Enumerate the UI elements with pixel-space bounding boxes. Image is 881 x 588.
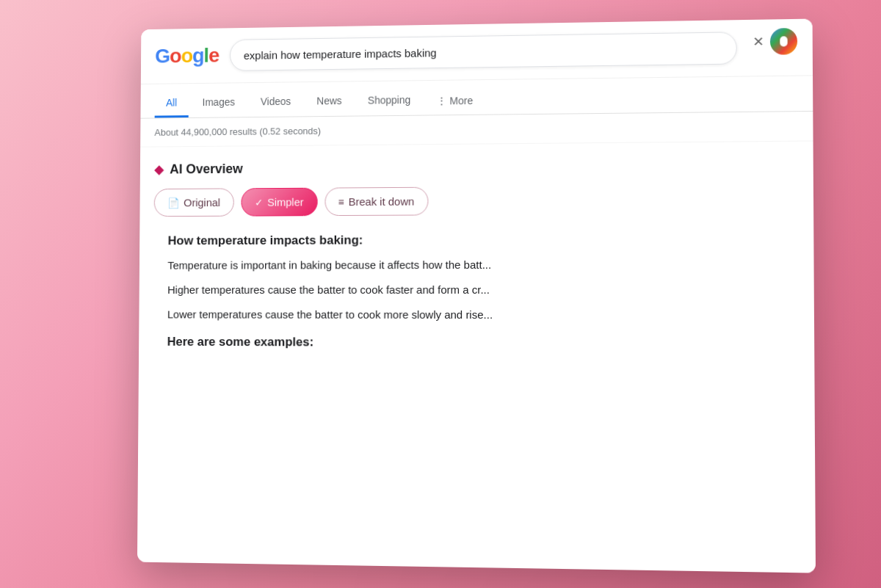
original-icon: 📄 <box>167 197 179 208</box>
google-logo: Google <box>155 43 219 67</box>
content-paragraph-2: Higher temperatures cause the batter to … <box>167 280 783 298</box>
tab-more[interactable]: ⋮ More <box>425 87 485 114</box>
format-original-button[interactable]: 📄 Original <box>154 188 234 217</box>
content-heading: How temperature impacts baking: <box>168 231 783 248</box>
breakdown-icon: ≡ <box>338 195 344 207</box>
ai-diamond-icon: ◆ <box>154 161 164 177</box>
simpler-icon: ✓ <box>255 196 264 208</box>
browser-window: Google explain how temperature impacts b… <box>137 18 816 573</box>
original-label: Original <box>184 196 220 208</box>
breakdown-label: Break it down <box>349 195 415 207</box>
ai-overview-title: AI Overview <box>170 161 243 176</box>
format-buttons: 📄 Original ✓ Simpler ≡ Break it down <box>154 184 799 217</box>
tab-all[interactable]: All <box>155 89 189 117</box>
content-area: How temperature impacts baking: Temperat… <box>153 228 799 354</box>
tab-videos[interactable]: Videos <box>249 88 302 117</box>
search-query: explain how temperature impacts baking <box>244 46 437 60</box>
close-button[interactable]: ✕ <box>749 32 767 51</box>
tab-images[interactable]: Images <box>191 88 246 117</box>
top-bar: Google explain how temperature impacts b… <box>141 18 813 84</box>
mic-button[interactable] <box>770 27 797 54</box>
ai-overview-header: ◆ AI Overview <box>154 156 798 177</box>
examples-heading: Here are some examples: <box>167 335 784 351</box>
format-breakdown-button[interactable]: ≡ Break it down <box>325 186 428 215</box>
format-simpler-button[interactable]: ✓ Simpler <box>241 187 317 216</box>
search-bar[interactable]: explain how temperature impacts baking <box>230 32 736 71</box>
ai-overview-section: ◆ AI Overview 📄 Original ✓ Simpler ≡ Bre… <box>139 141 814 366</box>
tab-news[interactable]: News <box>305 87 354 116</box>
fade-overlay <box>137 504 816 573</box>
content-paragraph-3: Lower temperatures cause the batter to c… <box>167 305 784 324</box>
tab-shopping[interactable]: Shopping <box>356 87 422 116</box>
content-paragraph-1: Temperature is important in baking becau… <box>167 255 783 274</box>
simpler-label: Simpler <box>267 195 304 208</box>
